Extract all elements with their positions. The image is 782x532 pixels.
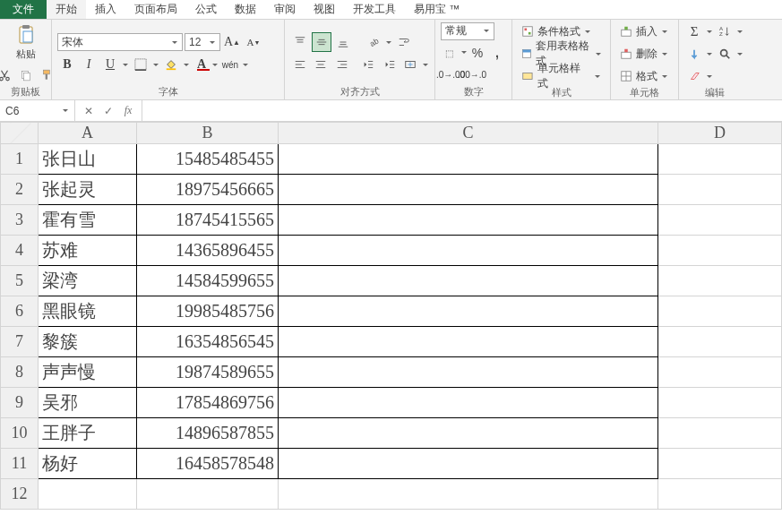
cell-D11[interactable] — [658, 449, 782, 479]
row-header-1[interactable]: 1 — [1, 144, 39, 175]
col-header-D[interactable]: D — [658, 123, 782, 144]
align-center-icon[interactable] — [312, 55, 331, 74]
row-header-11[interactable]: 11 — [1, 449, 39, 479]
cell-C5[interactable] — [279, 266, 658, 296]
col-header-C[interactable]: C — [279, 123, 658, 144]
name-box[interactable]: C6 — [0, 100, 75, 121]
row-header-9[interactable]: 9 — [1, 388, 39, 418]
col-header-A[interactable]: A — [39, 123, 137, 144]
cell-C10[interactable] — [279, 418, 658, 449]
cell-C6[interactable] — [279, 296, 658, 327]
row-header-5[interactable]: 5 — [1, 266, 39, 296]
fx-accept-icon[interactable]: ✓ — [99, 105, 118, 117]
underline-dd[interactable] — [122, 55, 129, 74]
sum-dd[interactable] — [706, 21, 713, 41]
cell-B10[interactable]: 14896587855 — [137, 418, 279, 449]
row-header-8[interactable]: 8 — [1, 357, 39, 388]
cell-D8[interactable] — [658, 357, 782, 388]
cell-D10[interactable] — [658, 418, 782, 449]
font-color-icon[interactable]: A — [192, 55, 211, 74]
cell-A5[interactable]: 梁湾 — [39, 266, 137, 296]
autosum-icon[interactable]: Σ — [684, 21, 704, 41]
cell-A7[interactable]: 黎簇 — [39, 327, 137, 357]
find-dd[interactable] — [736, 44, 743, 64]
tab-dev[interactable]: 开发工具 — [344, 0, 405, 19]
row-header-12[interactable]: 12 — [1, 479, 39, 510]
cell-B6[interactable]: 19985485756 — [137, 296, 279, 327]
cell-A9[interactable]: 吴邪 — [39, 388, 137, 418]
find-icon[interactable] — [715, 44, 735, 64]
decrease-font-icon[interactable]: A▼ — [244, 32, 263, 52]
align-right-icon[interactable] — [332, 55, 352, 74]
cell-A11[interactable]: 杨好 — [39, 449, 137, 479]
cut-icon[interactable] — [0, 65, 14, 85]
phonetic-icon[interactable]: wén — [220, 55, 240, 74]
indent-dec-icon[interactable] — [359, 55, 379, 74]
sort-dd[interactable] — [736, 21, 743, 41]
currency-icon[interactable]: ⬚ — [441, 43, 459, 63]
wrap-text-icon[interactable] — [394, 32, 414, 52]
cell-C7[interactable] — [279, 327, 658, 357]
align-top-icon[interactable] — [290, 32, 310, 52]
cell-D2[interactable] — [658, 175, 782, 205]
cell-C3[interactable] — [279, 205, 658, 236]
cell-D4[interactable] — [658, 236, 782, 266]
format-cells-button[interactable]: 格式 — [616, 66, 673, 86]
fill-color-icon[interactable] — [161, 55, 181, 74]
tab-data[interactable]: 数据 — [226, 0, 265, 19]
cell-B2[interactable]: 18975456665 — [137, 175, 279, 205]
tab-review[interactable]: 审阅 — [265, 0, 305, 19]
clear-dd[interactable] — [706, 66, 713, 86]
cell-D12[interactable] — [658, 479, 782, 510]
tab-layout[interactable]: 页面布局 — [125, 0, 186, 19]
font-name-select[interactable]: 宋体 — [57, 33, 183, 51]
col-header-B[interactable]: B — [137, 123, 279, 144]
cell-A8[interactable]: 声声慢 — [39, 357, 137, 388]
fx-cancel-icon[interactable]: ✕ — [79, 105, 99, 117]
cell-D7[interactable] — [658, 327, 782, 357]
cell-B3[interactable]: 18745415565 — [137, 205, 279, 236]
align-left-icon[interactable] — [290, 55, 310, 74]
comma-icon[interactable]: , — [488, 43, 506, 63]
orient-dd[interactable] — [385, 32, 392, 52]
row-header-3[interactable]: 3 — [1, 205, 39, 236]
cell-A10[interactable]: 王胖子 — [39, 418, 137, 449]
fill-icon[interactable] — [684, 44, 704, 64]
delete-cells-button[interactable]: 删除 — [616, 44, 673, 64]
tab-formulas[interactable]: 公式 — [186, 0, 226, 19]
orientation-icon[interactable]: ab — [364, 32, 383, 52]
tab-insert[interactable]: 插入 — [86, 0, 125, 19]
cell-C4[interactable] — [279, 236, 658, 266]
row-header-4[interactable]: 4 — [1, 236, 39, 266]
formula-input[interactable] — [142, 100, 782, 121]
increase-font-icon[interactable]: A▲ — [222, 32, 242, 52]
spreadsheet-grid[interactable]: ABCD1张日山154854854552张起灵189754566653霍有雪18… — [0, 122, 782, 510]
cell-B5[interactable]: 14584599655 — [137, 266, 279, 296]
copy-icon[interactable] — [16, 65, 36, 85]
merge-icon[interactable] — [401, 55, 421, 74]
percent-icon[interactable]: % — [468, 43, 486, 63]
cell-B4[interactable]: 14365896455 — [137, 236, 279, 266]
cell-B8[interactable]: 19874589655 — [137, 357, 279, 388]
cell-A3[interactable]: 霍有雪 — [39, 205, 137, 236]
fill-dd[interactable] — [183, 55, 190, 74]
cell-B7[interactable]: 16354856545 — [137, 327, 279, 357]
tab-home[interactable]: 开始 — [47, 0, 86, 19]
cell-A1[interactable]: 张日山 — [39, 144, 137, 175]
cur-dd[interactable] — [460, 43, 467, 63]
fontcolor-dd[interactable] — [211, 55, 219, 74]
cell-C12[interactable] — [279, 479, 658, 510]
align-middle-icon[interactable] — [312, 32, 331, 52]
phonetic-dd[interactable] — [242, 55, 249, 74]
cell-B1[interactable]: 15485485455 — [137, 144, 279, 175]
file-tab[interactable]: 文件 — [0, 0, 47, 19]
cell-style-button[interactable]: 单元格样式 — [518, 66, 605, 86]
cell-A4[interactable]: 苏难 — [39, 236, 137, 266]
cell-C9[interactable] — [279, 388, 658, 418]
align-bottom-icon[interactable] — [333, 32, 353, 52]
cell-A6[interactable]: 黑眼镜 — [39, 296, 137, 327]
cell-B11[interactable]: 16458578548 — [137, 449, 279, 479]
tab-addin[interactable]: 易用宝 ™ — [405, 0, 468, 19]
cell-D6[interactable] — [658, 296, 782, 327]
cell-C11[interactable] — [279, 449, 658, 479]
